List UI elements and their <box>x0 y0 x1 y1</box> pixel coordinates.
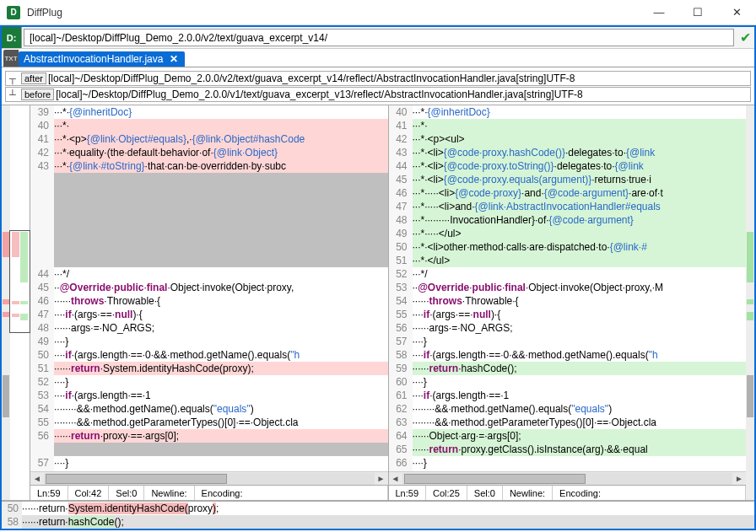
minimize-button[interactable]: — <box>640 0 678 25</box>
tab-label: AbstractInvocationHandler.java <box>24 53 163 65</box>
close-button[interactable]: ✕ <box>717 0 756 25</box>
inline-txt-del: ······return·System.identityHashCode(pro… <box>22 502 754 515</box>
minimap-right[interactable] <box>746 105 754 500</box>
app-mini-icon: D: <box>2 27 22 48</box>
diff-area: 39···*·{@inheritDoc}40···*·41···*·<p>{@l… <box>2 105 754 501</box>
before-file-row[interactable]: ┴ before [local]~/Desktop/DiffPlug_Demo_… <box>5 87 751 102</box>
left-hscroll[interactable]: ◄ ► <box>30 471 388 485</box>
before-badge: before <box>21 89 54 100</box>
right-encoding: Encoding: <box>553 486 746 500</box>
after-badge: after <box>21 73 46 84</box>
right-ln: Ln:59 <box>389 486 427 500</box>
left-pane: 39···*·{@inheritDoc}40···*·41···*·<p>{@l… <box>30 105 389 500</box>
tab-type-icon: TXT <box>3 50 19 67</box>
inline-ln-del: 50 <box>2 502 22 515</box>
right-newline: Newline: <box>503 486 553 500</box>
window-titlebar: D DiffPlug — ☐ ✕ <box>0 0 756 25</box>
scroll-right-icon[interactable]: ► <box>375 474 388 483</box>
file-comparison-header: ┬ after [local]~/Desktop/DiffPlug_Demo_2… <box>2 67 754 105</box>
left-sel: Sel:0 <box>109 486 144 500</box>
after-glyph-icon: ┬ <box>6 73 19 83</box>
path-input[interactable] <box>24 29 734 46</box>
left-newline: Newline: <box>144 486 194 500</box>
right-col: Col:25 <box>426 486 467 500</box>
scroll-left-icon[interactable]: ◄ <box>389 474 402 483</box>
right-pane: 40···*·{@inheritDoc}41···*·42···*·<p><ul… <box>389 105 747 500</box>
confirm-path-icon[interactable]: ✔ <box>736 27 754 48</box>
left-statusbar: Ln:59 Col:42 Sel:0 Newline: Encoding: <box>30 485 388 500</box>
scroll-left-icon[interactable]: ◄ <box>30 474 44 483</box>
overview-gutter[interactable] <box>10 105 30 500</box>
left-col: Col:42 <box>68 486 110 500</box>
inline-diff-add-row: 58 ······return·hashCode(); <box>2 515 754 529</box>
before-glyph-icon: ┴ <box>6 89 19 99</box>
right-statusbar: Ln:59 Col:25 Sel:0 Newline: Encoding: <box>389 485 747 500</box>
maximize-button[interactable]: ☐ <box>678 0 717 25</box>
inline-txt-add: ······return·hashCode(); <box>22 515 754 529</box>
file-tab[interactable]: AbstractInvocationHandler.java ✕ <box>19 51 185 67</box>
right-code-editor[interactable]: 40···*·{@inheritDoc}41···*·42···*·<p><ul… <box>389 105 747 471</box>
left-code-editor[interactable]: 39···*·{@inheritDoc}40···*·41···*·<p>{@l… <box>30 105 388 471</box>
before-path: [local]~/Desktop/DiffPlug_Demo_2.0.0/v1/… <box>56 89 750 100</box>
app-icon: D <box>7 6 20 19</box>
inline-ln-add: 58 <box>2 515 22 529</box>
after-file-row[interactable]: ┬ after [local]~/Desktop/DiffPlug_Demo_2… <box>5 71 751 86</box>
after-path: [local]~/Desktop/DiffPlug_Demo_2.0.0/v2/… <box>48 73 750 84</box>
window-title: DiffPlug <box>27 7 640 19</box>
close-tab-icon[interactable]: ✕ <box>170 53 178 65</box>
right-sel: Sel:0 <box>467 486 503 500</box>
scroll-right-icon[interactable]: ► <box>732 474 746 483</box>
left-encoding: Encoding: <box>195 486 388 500</box>
inline-diff-del-row: 50 ······return·System.identityHashCode(… <box>2 502 754 515</box>
inline-diff: 50 ······return·System.identityHashCode(… <box>2 501 754 529</box>
right-hscroll[interactable]: ◄ ► <box>389 471 747 485</box>
path-bar: D: ✔ <box>2 27 754 49</box>
left-ln: Ln:59 <box>30 486 68 500</box>
tab-bar: TXT AbstractInvocationHandler.java ✕ <box>2 49 754 67</box>
